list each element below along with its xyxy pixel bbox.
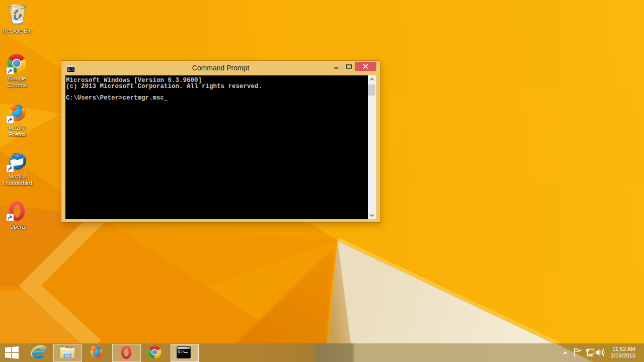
- svg-text:C:\: C:\: [178, 350, 185, 354]
